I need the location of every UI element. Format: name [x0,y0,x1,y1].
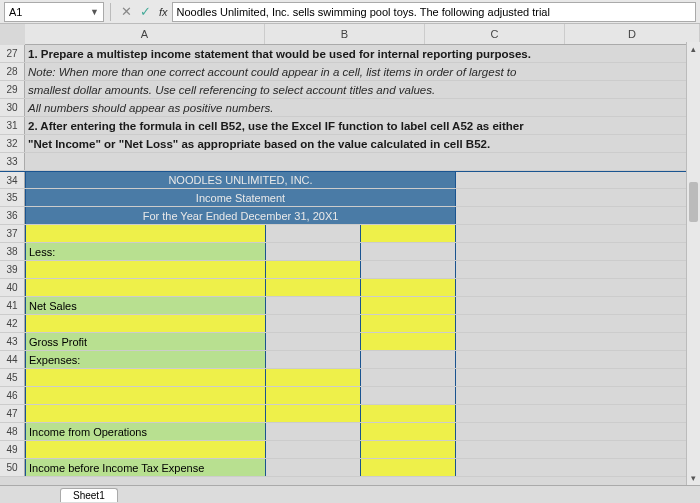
cell-C42[interactable] [361,315,456,332]
row-header[interactable]: 44 [0,351,25,368]
vertical-scrollbar[interactable]: ▴ ▾ [686,42,700,485]
cell-A46[interactable] [26,387,266,404]
cell-A49[interactable] [26,441,266,458]
cell-B47[interactable] [266,405,361,422]
cell-C48[interactable] [361,423,456,440]
cell-A39[interactable] [26,261,266,278]
fx-icon[interactable]: fx [155,6,172,18]
cell-B39[interactable] [266,261,361,278]
row-header[interactable]: 40 [0,279,25,296]
cell-C37[interactable] [361,225,456,242]
cell-A27[interactable]: 1. Prepare a multistep income statement … [25,48,700,60]
cell-merged-36[interactable]: For the Year Ended December 31, 20X1 [26,207,456,224]
cell-A45[interactable] [26,369,266,386]
name-box-value: A1 [9,6,22,18]
cell-A31[interactable]: 2. After entering the formula in cell B5… [25,120,700,132]
col-header-A[interactable]: A [25,24,265,44]
cell-B50[interactable] [266,459,361,476]
col-header-B[interactable]: B [265,24,425,44]
formula-bar-row: A1 ▼ ✕ ✓ fx Noodles Unlimited, Inc. sell… [0,0,700,24]
sheet-tabs-bar: Sheet1 [0,485,700,503]
cell-C43[interactable] [361,333,456,350]
cell-A33[interactable] [25,153,700,170]
cell-C39[interactable] [361,261,456,278]
row-header[interactable]: 48 [0,423,25,440]
col-header-D[interactable]: D [565,24,700,44]
cell-B37[interactable] [266,225,361,242]
scroll-up-icon[interactable]: ▴ [687,42,700,56]
row-header[interactable]: 47 [0,405,25,422]
row-header[interactable]: 33 [0,153,25,170]
column-headers: A B C D [25,24,700,45]
cell-A30[interactable]: All numbers should appear as positive nu… [25,102,700,114]
row-header[interactable]: 39 [0,261,25,278]
spreadsheet-grid[interactable]: 271. Prepare a multistep income statemen… [0,45,700,477]
cancel-icon[interactable]: ✕ [117,4,136,19]
cell-C40[interactable] [361,279,456,296]
cell-B43[interactable] [266,333,361,350]
cell-C41[interactable] [361,297,456,314]
row-header[interactable]: 42 [0,315,25,332]
row-header[interactable]: 36 [0,207,25,224]
cell-A47[interactable] [26,405,266,422]
cell-C38[interactable] [361,243,456,260]
cell-B44[interactable] [266,351,361,368]
cell-C46[interactable] [361,387,456,404]
row-header[interactable]: 31 [0,117,25,134]
sheet-tab[interactable]: Sheet1 [60,488,118,502]
row-header[interactable]: 43 [0,333,25,350]
cell-B49[interactable] [266,441,361,458]
row-header[interactable]: 41 [0,297,25,314]
cell-A48[interactable]: Income from Operations [26,423,266,440]
row-header[interactable]: 46 [0,387,25,404]
row-header[interactable]: 29 [0,81,25,98]
row-header[interactable]: 49 [0,441,25,458]
formula-text: Noodles Unlimited, Inc. sells swimming p… [177,6,550,18]
cell-A50[interactable]: Income before Income Tax Expense [26,459,266,476]
separator [110,3,111,21]
formula-bar[interactable]: Noodles Unlimited, Inc. sells swimming p… [172,2,696,22]
col-header-C[interactable]: C [425,24,565,44]
cell-A28[interactable]: Note: When more than one correct account… [25,66,700,78]
cell-A38[interactable]: Less: [26,243,266,260]
cell-merged-35[interactable]: Income Statement [26,189,456,206]
cell-B38[interactable] [266,243,361,260]
cell-C49[interactable] [361,441,456,458]
row-header[interactable]: 37 [0,225,25,242]
name-box[interactable]: A1 ▼ [4,2,104,22]
cell-C44[interactable] [361,351,456,368]
row-header[interactable]: 35 [0,189,25,206]
cell-B41[interactable] [266,297,361,314]
cell-B46[interactable] [266,387,361,404]
cell-A44[interactable]: Expenses: [26,351,266,368]
row-header[interactable]: 32 [0,135,25,152]
accept-icon[interactable]: ✓ [136,4,155,19]
cell-C47[interactable] [361,405,456,422]
cell-B40[interactable] [266,279,361,296]
cell-A32[interactable]: "Net Income" or "Net Loss" as appropriat… [25,138,700,150]
cell-B45[interactable] [266,369,361,386]
cell-B42[interactable] [266,315,361,332]
cell-A42[interactable] [26,315,266,332]
cell-B48[interactable] [266,423,361,440]
cell-C50[interactable] [361,459,456,476]
row-header[interactable]: 28 [0,63,25,80]
row-header[interactable]: 38 [0,243,25,260]
row-header[interactable]: 50 [0,459,25,476]
row-header[interactable]: 30 [0,99,25,116]
row-header[interactable]: 45 [0,369,25,386]
cell-A41[interactable]: Net Sales [26,297,266,314]
row-header[interactable]: 27 [0,45,25,62]
cell-C45[interactable] [361,369,456,386]
chevron-down-icon[interactable]: ▼ [90,7,99,17]
cell-merged-34[interactable]: NOODLES UNLIMITED, INC. [26,172,456,188]
cell-A40[interactable] [26,279,266,296]
cell-A43[interactable]: Gross Profit [26,333,266,350]
cell-A37[interactable] [26,225,266,242]
row-header[interactable]: 34 [0,172,25,188]
cell-A29[interactable]: smallest dollar amounts. Use cell refere… [25,84,700,96]
scroll-down-icon[interactable]: ▾ [687,471,700,485]
scroll-thumb[interactable] [689,182,698,222]
